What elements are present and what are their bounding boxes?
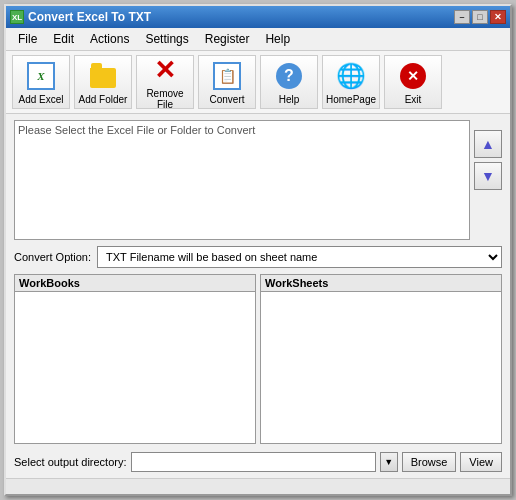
- title-buttons: – □ ✕: [454, 10, 506, 24]
- menu-help[interactable]: Help: [257, 30, 298, 48]
- workbooks-body[interactable]: [15, 292, 255, 443]
- convert-button[interactable]: 📋 Convert: [198, 55, 256, 109]
- move-down-button[interactable]: ▼: [474, 162, 502, 190]
- homepage-label: HomePage: [326, 94, 376, 105]
- convert-option-select[interactable]: TXT Filename will be based on sheet name…: [97, 246, 502, 268]
- exit-icon: ✕: [397, 60, 429, 92]
- main-window: XL Convert Excel To TXT – □ ✕ File Edit …: [4, 4, 512, 496]
- output-label: Select output directory:: [14, 456, 127, 468]
- main-content: Please Select the Excel File or Folder t…: [6, 114, 510, 478]
- remove-file-button[interactable]: ✕ Remove File: [136, 55, 194, 109]
- side-arrows: ▲ ▼: [474, 120, 502, 190]
- menu-file[interactable]: File: [10, 30, 45, 48]
- workbooks-panel: WorkBooks: [14, 274, 256, 444]
- worksheets-panel: WorkSheets: [260, 274, 502, 444]
- menu-bar: File Edit Actions Settings Register Help: [6, 28, 510, 51]
- browse-button[interactable]: Browse: [402, 452, 457, 472]
- up-arrow-icon: ▲: [481, 136, 495, 152]
- sheets-row: WorkBooks WorkSheets: [14, 274, 502, 444]
- folder-icon: [87, 60, 119, 92]
- output-dropdown-button[interactable]: ▼: [380, 452, 398, 472]
- title-bar: XL Convert Excel To TXT – □ ✕: [6, 6, 510, 28]
- file-list-area: Please Select the Excel File or Folder t…: [14, 120, 502, 240]
- down-arrow-icon: ▼: [481, 168, 495, 184]
- convert-option-row: Convert Option: TXT Filename will be bas…: [14, 246, 502, 268]
- add-excel-icon: X: [25, 60, 57, 92]
- file-list-box[interactable]: Please Select the Excel File or Folder t…: [14, 120, 470, 240]
- help-label: Help: [279, 94, 300, 105]
- close-button[interactable]: ✕: [490, 10, 506, 24]
- exit-label: Exit: [405, 94, 422, 105]
- exit-button[interactable]: ✕ Exit: [384, 55, 442, 109]
- app-icon: XL: [10, 10, 24, 24]
- view-button[interactable]: View: [460, 452, 502, 472]
- window-title: Convert Excel To TXT: [28, 10, 151, 24]
- workbooks-header: WorkBooks: [15, 275, 255, 292]
- help-button[interactable]: ? Help: [260, 55, 318, 109]
- help-icon: ?: [273, 60, 305, 92]
- status-bar: [6, 478, 510, 494]
- add-excel-button[interactable]: X Add Excel: [12, 55, 70, 109]
- convert-label: Convert: [209, 94, 244, 105]
- maximize-button[interactable]: □: [472, 10, 488, 24]
- menu-settings[interactable]: Settings: [137, 30, 196, 48]
- menu-edit[interactable]: Edit: [45, 30, 82, 48]
- output-input[interactable]: [131, 452, 376, 472]
- remove-file-label: Remove File: [140, 88, 190, 110]
- menu-actions[interactable]: Actions: [82, 30, 137, 48]
- add-folder-button[interactable]: Add Folder: [74, 55, 132, 109]
- move-up-button[interactable]: ▲: [474, 130, 502, 158]
- convert-icon: 📋: [211, 60, 243, 92]
- add-excel-label: Add Excel: [18, 94, 63, 105]
- worksheets-body[interactable]: [261, 292, 501, 443]
- worksheets-header: WorkSheets: [261, 275, 501, 292]
- output-row: Select output directory: ▼ Browse View: [14, 452, 502, 472]
- homepage-button[interactable]: 🌐 HomePage: [322, 55, 380, 109]
- toolbar: X Add Excel Add Folder ✕ Remove File: [6, 51, 510, 114]
- add-folder-label: Add Folder: [79, 94, 128, 105]
- menu-register[interactable]: Register: [197, 30, 258, 48]
- minimize-button[interactable]: –: [454, 10, 470, 24]
- remove-icon: ✕: [149, 55, 181, 86]
- title-bar-left: XL Convert Excel To TXT: [10, 10, 151, 24]
- homepage-icon: 🌐: [335, 60, 367, 92]
- file-list-placeholder: Please Select the Excel File or Folder t…: [18, 124, 255, 136]
- convert-option-label: Convert Option:: [14, 251, 91, 263]
